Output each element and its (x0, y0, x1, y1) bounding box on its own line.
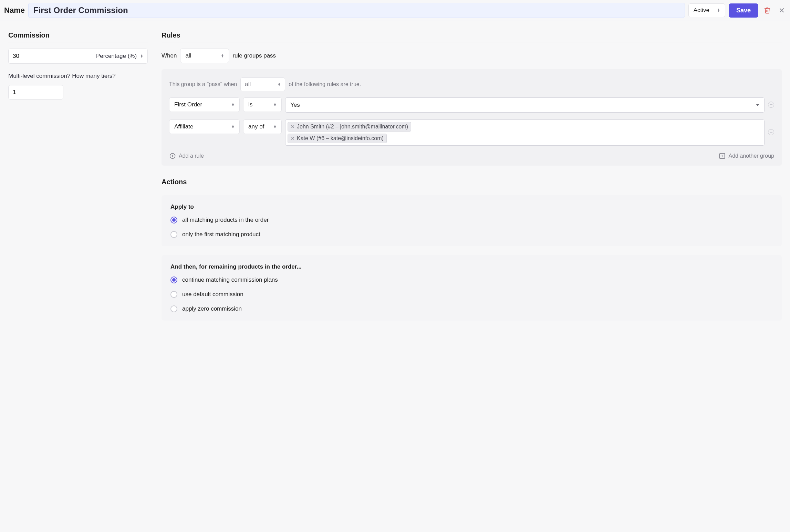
radio-icon (170, 231, 177, 238)
actions-panel: Actions Apply to all matching products i… (162, 178, 782, 321)
when-value: all (185, 52, 191, 59)
group-footer: Add a rule Add another group (169, 153, 774, 159)
radio-option-continue[interactable]: continue matching commission plans (170, 277, 773, 283)
rule-op-label: any of (248, 123, 264, 130)
rule-value-tags[interactable]: ✕ John Smith (#2 – john.smith@mailinator… (285, 119, 765, 146)
commission-panel: Commission Percentage (%) ▲▼ Multi-level… (8, 31, 148, 330)
tiers-input[interactable] (8, 85, 63, 100)
radio-label: use default commission (182, 291, 243, 298)
rule-group: This group is a "pass" when all ▲▼ of th… (162, 69, 782, 166)
delete-button[interactable] (762, 5, 773, 16)
commission-title: Commission (8, 31, 148, 42)
remove-rule-button[interactable] (768, 129, 774, 135)
chevron-updown-icon: ▲▼ (221, 54, 224, 58)
add-rule-button[interactable]: Add a rule (169, 153, 204, 159)
rule-field-select[interactable]: First Order ▲▼ (169, 97, 240, 112)
radio-label: only the first matching product (182, 231, 260, 238)
radio-option-apply-all[interactable]: all matching products in the order (170, 217, 773, 223)
name-label: Name (3, 6, 25, 15)
add-group-label: Add another group (728, 153, 774, 159)
radio-icon (170, 277, 177, 283)
apply-to-card: Apply to all matching products in the or… (162, 195, 782, 246)
rule-row: Affiliate ▲▼ any of ▲▼ ✕ John Smith (#2 … (169, 119, 774, 146)
tiers-question: Multi-level commission? How many tiers? (8, 73, 148, 80)
rule-value-label: Yes (290, 102, 300, 108)
tag-label: John Smith (#2 – john.smith@mailinator.c… (297, 124, 408, 130)
rule-field-label: Affiliate (174, 123, 193, 130)
chevron-updown-icon: ▲▼ (231, 103, 235, 106)
header-bar: Name Active ▲▼ Save (0, 0, 790, 21)
rule-field-label: First Order (174, 101, 202, 108)
radio-icon (170, 217, 177, 223)
radio-option-zero[interactable]: apply zero commission (170, 305, 773, 312)
right-panel: Rules When all ▲▼ rule groups pass This … (162, 31, 782, 330)
status-value: Active (694, 7, 709, 14)
actions-title: Actions (162, 178, 782, 189)
caret-down-icon (756, 104, 759, 106)
apply-to-title: Apply to (170, 204, 773, 210)
radio-label: apply zero commission (182, 305, 242, 312)
content: Commission Percentage (%) ▲▼ Multi-level… (0, 21, 790, 340)
when-prefix: When (162, 52, 177, 59)
commission-type-label: Percentage (%) (96, 53, 137, 60)
rule-field-select[interactable]: Affiliate ▲▼ (169, 119, 240, 134)
plus-circle-icon (169, 153, 176, 159)
commission-value-input[interactable] (9, 49, 93, 63)
when-suffix: rule groups pass (232, 52, 276, 59)
rules-title: Rules (162, 31, 782, 42)
radio-icon (170, 291, 177, 298)
rule-operator-select[interactable]: is ▲▼ (243, 97, 282, 112)
group-condition-select[interactable]: all ▲▼ (240, 77, 285, 91)
add-rule-label: Add a rule (179, 153, 204, 159)
save-button[interactable]: Save (729, 3, 758, 18)
radio-label: all matching products in the order (182, 217, 269, 223)
radio-option-default[interactable]: use default commission (170, 291, 773, 298)
rule-operator-select[interactable]: any of ▲▼ (243, 119, 282, 134)
chevron-updown-icon: ▲▼ (717, 9, 720, 12)
group-header: This group is a "pass" when all ▲▼ of th… (169, 77, 774, 91)
commission-type-select[interactable]: Percentage (%) ▲▼ (93, 53, 147, 60)
close-button[interactable] (776, 5, 787, 16)
status-select[interactable]: Active ▲▼ (688, 3, 725, 17)
trash-icon (764, 7, 771, 14)
chevron-updown-icon: ▲▼ (140, 54, 143, 58)
rule-op-label: is (248, 101, 252, 108)
radio-icon (170, 305, 177, 312)
group-value: all (245, 81, 251, 88)
when-select[interactable]: all ▲▼ (180, 49, 229, 63)
radio-label: continue matching commission plans (182, 277, 278, 283)
name-input[interactable] (28, 3, 685, 18)
remaining-title: And then, for remaining products in the … (170, 263, 773, 270)
add-group-button[interactable]: Add another group (719, 153, 774, 159)
commission-row: Percentage (%) ▲▼ (8, 49, 148, 64)
group-prefix: This group is a "pass" when (169, 81, 237, 87)
affiliate-tag[interactable]: ✕ Kate W (#6 – kate@insideinfo.com) (288, 134, 387, 143)
rule-row: First Order ▲▼ is ▲▼ Yes (169, 97, 774, 113)
chevron-updown-icon: ▲▼ (273, 103, 277, 106)
plus-square-icon (719, 153, 726, 159)
remaining-card: And then, for remaining products in the … (162, 255, 782, 321)
tag-remove-icon[interactable]: ✕ (291, 124, 295, 129)
radio-option-apply-first[interactable]: only the first matching product (170, 231, 773, 238)
group-suffix: of the following rules are true. (289, 81, 361, 87)
tag-remove-icon[interactable]: ✕ (291, 136, 295, 141)
affiliate-tag[interactable]: ✕ John Smith (#2 – john.smith@mailinator… (288, 122, 411, 132)
close-icon (778, 7, 785, 14)
rules-when-line: When all ▲▼ rule groups pass (162, 49, 782, 63)
chevron-updown-icon: ▲▼ (278, 83, 281, 86)
tag-label: Kate W (#6 – kate@insideinfo.com) (297, 135, 384, 142)
chevron-updown-icon: ▲▼ (231, 125, 235, 128)
rule-value-select[interactable]: Yes (285, 97, 765, 113)
chevron-updown-icon: ▲▼ (273, 125, 277, 128)
remove-rule-button[interactable] (768, 102, 774, 108)
